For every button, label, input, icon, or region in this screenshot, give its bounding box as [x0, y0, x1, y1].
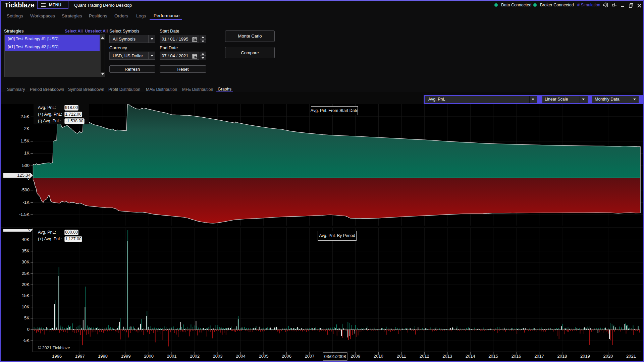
- svg-text:2015: 2015: [488, 354, 498, 359]
- svg-text:1999: 1999: [121, 354, 131, 359]
- svg-text:2005: 2005: [259, 354, 268, 359]
- svg-text:2003: 2003: [213, 354, 223, 359]
- svg-text:2021: 2021: [626, 354, 636, 359]
- svg-text:2002: 2002: [190, 354, 200, 359]
- svg-text:2009: 2009: [351, 354, 360, 359]
- svg-text:2014: 2014: [466, 354, 475, 359]
- svg-text:2004: 2004: [236, 354, 246, 359]
- svg-text:2010: 2010: [374, 354, 383, 359]
- svg-text:2011: 2011: [397, 354, 406, 359]
- svg-text:1996: 1996: [52, 354, 62, 359]
- svg-text:2012: 2012: [420, 354, 429, 359]
- svg-text:03/01/2008: 03/01/2008: [324, 354, 346, 359]
- svg-text:1997: 1997: [75, 354, 85, 359]
- svg-text:2000: 2000: [144, 354, 154, 359]
- svg-text:2007: 2007: [305, 354, 314, 359]
- svg-text:2001: 2001: [167, 354, 177, 359]
- svg-text:1998: 1998: [98, 354, 108, 359]
- svg-text:2019: 2019: [580, 354, 590, 359]
- svg-text:2017: 2017: [534, 354, 544, 359]
- svg-text:2016: 2016: [512, 354, 521, 359]
- svg-text:2013: 2013: [442, 354, 452, 359]
- svg-text:2006: 2006: [282, 354, 291, 359]
- svg-text:2018: 2018: [557, 354, 567, 359]
- svg-text:2020: 2020: [603, 354, 613, 359]
